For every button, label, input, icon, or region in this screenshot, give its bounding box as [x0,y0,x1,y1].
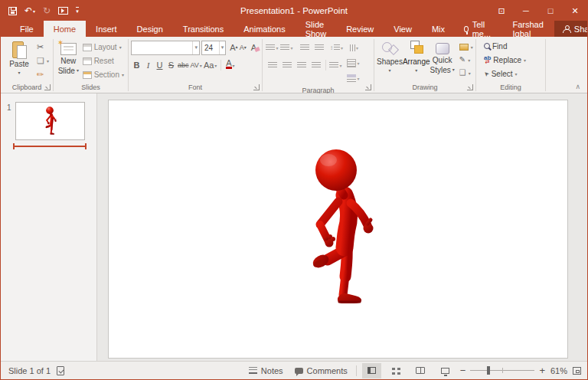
format-painter-icon: ✏ [37,70,44,79]
section-dropdown-icon[interactable]: ▾ [122,72,124,77]
font-dialog-launcher-icon[interactable] [253,84,260,90]
close-button[interactable]: ✕ [563,1,587,21]
italic-button[interactable]: I [142,58,154,72]
character-spacing-button[interactable]: AV▾ [190,58,203,72]
tab-review[interactable]: Review [336,21,384,37]
decrease-indent-button[interactable] [297,41,312,54]
slide-show-button[interactable] [436,363,455,378]
customize-qat-icon[interactable]: ▾ [76,7,79,15]
collapse-ribbon-icon[interactable]: ∧ [575,83,580,90]
reading-view-button[interactable] [411,363,430,378]
tab-view[interactable]: View [384,21,422,37]
normal-view-button[interactable] [362,363,381,378]
slide-sorter-view-button[interactable] [387,363,406,378]
increase-font-size-button[interactable]: A▴ [230,43,237,52]
section-button[interactable]: Section▾ [81,68,126,81]
paste-dropdown-icon[interactable]: ▾ [18,70,20,75]
copy-button[interactable]: ❏▾ [35,54,51,67]
align-left-icon [268,62,277,69]
slide-thumbnail[interactable] [15,102,85,140]
new-slide-button[interactable]: ✶ New Slide▾ [56,39,81,82]
strikethrough-button[interactable]: abc [177,58,190,72]
new-slide-dropdown-icon[interactable]: ▾ [77,67,79,75]
slide-canvas[interactable] [108,100,568,359]
drawing-dialog-launcher-icon[interactable] [467,84,473,90]
undo-dropdown-icon[interactable]: ▾ [33,8,35,14]
quick-styles-button[interactable]: Quick Styles▾ [430,39,455,82]
decrease-font-size-button[interactable]: A▾ [240,44,247,51]
comments-button[interactable]: Comments [292,366,351,375]
tab-mix[interactable]: Mix [422,21,455,37]
convert-to-smartart-button[interactable]: ▾ [346,71,361,85]
columns-button[interactable]: ▾ [328,58,343,72]
numbering-button[interactable]: ▾ [279,41,294,54]
zoom-slider-handle[interactable] [487,366,490,375]
bullets-button[interactable]: ▾ [265,41,279,54]
shapes-button[interactable]: Shapes ▾ [377,39,403,82]
clipboard-dialog-launcher-icon[interactable] [44,84,51,90]
font-name-dropdown-icon[interactable]: ▾ [192,41,199,54]
notes-button[interactable]: Notes [246,366,286,375]
minimize-button[interactable]: ─ [514,1,538,21]
tab-animations[interactable]: Animations [234,21,295,37]
user-name[interactable]: Farshad Iqbal [501,21,554,37]
start-slideshow-icon[interactable] [58,7,68,15]
layout-button[interactable]: Layout▾ [81,41,126,54]
red-stick-figure-graphic[interactable] [306,148,383,310]
replace-button[interactable]: ab⇄Replace▾ [482,53,543,67]
clear-formatting-button[interactable]: A [251,43,260,52]
tab-transitions[interactable]: Transitions [173,21,234,37]
align-left-button[interactable] [265,58,279,72]
undo-button[interactable]: ↶ ▾ [24,6,35,15]
shape-effects-button[interactable]: ❑▾ [458,67,475,78]
underline-button[interactable]: U [154,58,165,72]
shape-outline-button[interactable]: ✎▾ [458,54,475,65]
change-case-button[interactable]: Aa▾ [203,58,217,72]
zoom-out-button[interactable]: − [460,365,466,375]
text-direction-button[interactable]: ▾ [346,41,361,54]
share-button[interactable]: Share [554,21,588,37]
tab-file[interactable]: File [10,21,44,37]
tell-me-box[interactable]: Tell me... [455,21,501,37]
arrange-button[interactable]: Arrange ▾ [403,39,430,82]
tab-home[interactable]: Home [44,21,86,37]
status-bar: Slide 1 of 1 Notes Comments − + 61% [1,361,587,379]
bold-button[interactable]: B [131,58,142,72]
font-size-dropdown-icon[interactable]: ▾ [219,41,226,54]
fit-slide-to-window-icon[interactable] [573,367,581,375]
shadow-button[interactable]: S [165,58,177,72]
tab-design[interactable]: Design [127,21,173,37]
find-button[interactable]: Find [482,39,543,53]
increase-indent-button[interactable] [312,41,326,54]
font-size-combo[interactable]: 24▾ [201,41,226,55]
font-name-combo[interactable]: ▾ [131,41,200,55]
tab-insert[interactable]: Insert [86,21,127,37]
layout-dropdown-icon[interactable]: ▾ [119,44,122,50]
ribbon-display-options-button[interactable]: ⊡ [489,1,514,21]
reset-button[interactable]: Reset [81,54,126,67]
zoom-percent[interactable]: 61% [550,366,567,375]
paste-button[interactable]: Paste ▾ [3,39,35,82]
align-text-button[interactable]: ▾ [346,56,361,70]
zoom-in-button[interactable]: + [539,365,545,375]
shape-fill-button[interactable]: ▾ [458,41,475,52]
align-center-button[interactable] [279,58,294,72]
tab-slide-show[interactable]: Slide Show [296,21,337,37]
format-painter-button[interactable]: ✏ [35,68,51,81]
maximize-button[interactable]: □ [538,1,563,21]
save-icon[interactable] [8,7,17,15]
select-button[interactable]: ➤Select▾ [482,67,543,80]
slide-editor-area[interactable] [97,93,587,361]
zoom-slider[interactable] [470,370,534,371]
slide-thumbnail-panel[interactable]: 1 [1,93,97,361]
spell-check-icon[interactable] [57,366,64,375]
font-color-button[interactable]: A▾ [224,58,236,72]
align-right-button[interactable] [294,58,309,72]
line-spacing-button[interactable]: ↕▾ [329,41,344,54]
cut-button[interactable]: ✂ [35,41,51,54]
quick-styles-label-1: Quick [433,56,452,64]
notes-label: Notes [261,366,283,375]
copy-dropdown-icon[interactable]: ▾ [47,58,49,64]
justify-button[interactable] [309,58,323,72]
paragraph-dialog-launcher-icon[interactable] [365,84,371,90]
